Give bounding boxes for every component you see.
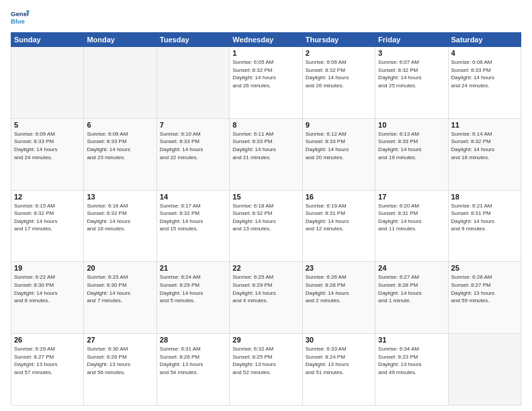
day-info: Sunrise: 6:21 AM Sunset: 8:31 PM Dayligh…	[451, 202, 518, 233]
day-info: Sunrise: 6:14 AM Sunset: 8:32 PM Dayligh…	[451, 130, 518, 161]
calendar-cell: 9Sunrise: 6:12 AM Sunset: 8:33 PM Daylig…	[302, 118, 375, 190]
day-number: 6	[87, 121, 153, 129]
calendar-cell: 31Sunrise: 6:34 AM Sunset: 8:23 PM Dayli…	[375, 334, 448, 406]
weekday-header-thursday: Thursday	[302, 33, 375, 47]
calendar-cell: 19Sunrise: 6:22 AM Sunset: 8:30 PM Dayli…	[11, 262, 84, 334]
page: General Blue SundayMondayTuesdayWednesda…	[0, 0, 532, 411]
day-info: Sunrise: 6:22 AM Sunset: 8:30 PM Dayligh…	[14, 273, 81, 304]
day-info: Sunrise: 6:11 AM Sunset: 8:33 PM Dayligh…	[232, 130, 299, 161]
calendar-cell: 18Sunrise: 6:21 AM Sunset: 8:31 PM Dayli…	[448, 190, 521, 262]
day-info: Sunrise: 6:13 AM Sunset: 8:33 PM Dayligh…	[378, 130, 445, 161]
calendar-cell: 16Sunrise: 6:19 AM Sunset: 8:31 PM Dayli…	[302, 190, 375, 262]
day-info: Sunrise: 6:31 AM Sunset: 8:26 PM Dayligh…	[160, 345, 226, 376]
day-number: 5	[14, 121, 81, 129]
calendar-week-4: 19Sunrise: 6:22 AM Sunset: 8:30 PM Dayli…	[11, 262, 521, 334]
day-info: Sunrise: 6:05 AM Sunset: 8:32 PM Dayligh…	[232, 58, 299, 89]
day-number: 1	[232, 49, 299, 57]
day-number: 17	[378, 193, 445, 201]
day-info: Sunrise: 6:18 AM Sunset: 8:32 PM Dayligh…	[232, 202, 299, 233]
day-number: 7	[160, 121, 226, 129]
day-info: Sunrise: 6:33 AM Sunset: 8:24 PM Dayligh…	[306, 345, 372, 376]
calendar-cell: 13Sunrise: 6:16 AM Sunset: 8:32 PM Dayli…	[84, 190, 157, 262]
calendar-cell: 22Sunrise: 6:25 AM Sunset: 8:29 PM Dayli…	[230, 262, 302, 334]
weekday-header-saturday: Saturday	[448, 33, 521, 47]
calendar-cell: 11Sunrise: 6:14 AM Sunset: 8:32 PM Dayli…	[448, 118, 521, 190]
day-number: 30	[306, 336, 372, 344]
calendar-table: SundayMondayTuesdayWednesdayThursdayFrid…	[11, 32, 521, 406]
header: General Blue	[11, 8, 521, 27]
day-number: 16	[306, 193, 372, 201]
day-number: 28	[160, 336, 226, 344]
logo: General Blue	[11, 8, 32, 27]
weekday-header-tuesday: Tuesday	[157, 33, 229, 47]
calendar-cell: 20Sunrise: 6:23 AM Sunset: 8:30 PM Dayli…	[84, 262, 157, 334]
day-info: Sunrise: 6:09 AM Sunset: 8:33 PM Dayligh…	[87, 130, 153, 161]
day-info: Sunrise: 6:29 AM Sunset: 8:27 PM Dayligh…	[14, 345, 81, 376]
svg-text:Blue: Blue	[11, 17, 25, 25]
calendar-week-1: 1Sunrise: 6:05 AM Sunset: 8:32 PM Daylig…	[11, 47, 521, 119]
day-number: 21	[160, 264, 226, 272]
day-number: 24	[378, 264, 445, 272]
day-number: 31	[378, 336, 445, 344]
calendar-cell: 23Sunrise: 6:26 AM Sunset: 8:28 PM Dayli…	[302, 262, 375, 334]
day-info: Sunrise: 6:10 AM Sunset: 8:33 PM Dayligh…	[160, 130, 226, 161]
day-info: Sunrise: 6:25 AM Sunset: 8:29 PM Dayligh…	[232, 273, 299, 304]
calendar-cell: 24Sunrise: 6:27 AM Sunset: 8:28 PM Dayli…	[375, 262, 448, 334]
weekday-header-sunday: Sunday	[11, 33, 84, 47]
calendar-cell: 12Sunrise: 6:15 AM Sunset: 8:32 PM Dayli…	[11, 190, 84, 262]
weekday-header-wednesday: Wednesday	[230, 33, 302, 47]
weekday-header-monday: Monday	[84, 33, 157, 47]
logo-icon: General Blue	[11, 8, 30, 27]
calendar-week-5: 26Sunrise: 6:29 AM Sunset: 8:27 PM Dayli…	[11, 334, 521, 406]
day-number: 25	[451, 264, 518, 272]
day-info: Sunrise: 6:09 AM Sunset: 8:33 PM Dayligh…	[14, 130, 81, 161]
day-number: 29	[232, 336, 299, 344]
calendar-cell: 7Sunrise: 6:10 AM Sunset: 8:33 PM Daylig…	[157, 118, 229, 190]
day-number: 18	[451, 193, 518, 201]
day-number: 13	[87, 193, 153, 201]
calendar-cell: 28Sunrise: 6:31 AM Sunset: 8:26 PM Dayli…	[157, 334, 229, 406]
day-number: 27	[87, 336, 153, 344]
day-info: Sunrise: 6:15 AM Sunset: 8:32 PM Dayligh…	[14, 202, 81, 233]
calendar-cell: 29Sunrise: 6:32 AM Sunset: 8:25 PM Dayli…	[230, 334, 302, 406]
calendar-cell: 15Sunrise: 6:18 AM Sunset: 8:32 PM Dayli…	[230, 190, 302, 262]
day-info: Sunrise: 6:12 AM Sunset: 8:33 PM Dayligh…	[306, 130, 372, 161]
day-number: 4	[451, 49, 518, 57]
day-info: Sunrise: 6:28 AM Sunset: 8:27 PM Dayligh…	[451, 273, 518, 304]
calendar-cell: 1Sunrise: 6:05 AM Sunset: 8:32 PM Daylig…	[230, 47, 302, 119]
day-number: 8	[232, 121, 299, 129]
calendar-cell: 21Sunrise: 6:24 AM Sunset: 8:29 PM Dayli…	[157, 262, 229, 334]
day-number: 11	[451, 121, 518, 129]
day-info: Sunrise: 6:19 AM Sunset: 8:31 PM Dayligh…	[306, 202, 372, 233]
day-number: 26	[14, 336, 81, 344]
calendar-cell	[84, 47, 157, 119]
day-number: 10	[378, 121, 445, 129]
calendar-cell: 5Sunrise: 6:09 AM Sunset: 8:33 PM Daylig…	[11, 118, 84, 190]
calendar-cell: 14Sunrise: 6:17 AM Sunset: 8:32 PM Dayli…	[157, 190, 229, 262]
day-info: Sunrise: 6:07 AM Sunset: 8:32 PM Dayligh…	[378, 58, 445, 89]
day-number: 14	[160, 193, 226, 201]
calendar-cell: 25Sunrise: 6:28 AM Sunset: 8:27 PM Dayli…	[448, 262, 521, 334]
day-info: Sunrise: 6:32 AM Sunset: 8:25 PM Dayligh…	[232, 345, 299, 376]
calendar-week-2: 5Sunrise: 6:09 AM Sunset: 8:33 PM Daylig…	[11, 118, 521, 190]
day-number: 23	[306, 264, 372, 272]
day-number: 12	[14, 193, 81, 201]
calendar-week-3: 12Sunrise: 6:15 AM Sunset: 8:32 PM Dayli…	[11, 190, 521, 262]
calendar-cell: 4Sunrise: 6:08 AM Sunset: 8:33 PM Daylig…	[448, 47, 521, 119]
calendar-cell	[448, 334, 521, 406]
calendar-cell: 3Sunrise: 6:07 AM Sunset: 8:32 PM Daylig…	[375, 47, 448, 119]
day-info: Sunrise: 6:24 AM Sunset: 8:29 PM Dayligh…	[160, 273, 226, 304]
weekday-header-friday: Friday	[375, 33, 448, 47]
calendar-cell: 27Sunrise: 6:30 AM Sunset: 8:26 PM Dayli…	[84, 334, 157, 406]
day-number: 9	[306, 121, 372, 129]
calendar-cell: 10Sunrise: 6:13 AM Sunset: 8:33 PM Dayli…	[375, 118, 448, 190]
day-info: Sunrise: 6:23 AM Sunset: 8:30 PM Dayligh…	[87, 273, 153, 304]
calendar-cell: 26Sunrise: 6:29 AM Sunset: 8:27 PM Dayli…	[11, 334, 84, 406]
day-number: 3	[378, 49, 445, 57]
day-number: 2	[306, 49, 372, 57]
day-info: Sunrise: 6:26 AM Sunset: 8:28 PM Dayligh…	[306, 273, 372, 304]
calendar-cell: 8Sunrise: 6:11 AM Sunset: 8:33 PM Daylig…	[230, 118, 302, 190]
calendar-cell: 6Sunrise: 6:09 AM Sunset: 8:33 PM Daylig…	[84, 118, 157, 190]
day-number: 22	[232, 264, 299, 272]
day-number: 20	[87, 264, 153, 272]
